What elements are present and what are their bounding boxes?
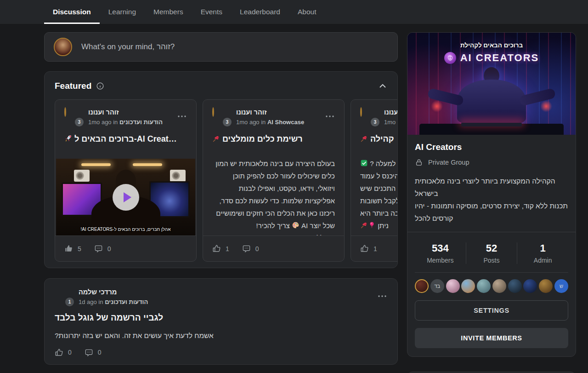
post-meta: 1mo ago in הודעות ועדכונים xyxy=(88,119,163,126)
group-name: AI Creators xyxy=(415,142,568,152)
group-sidebar: ברוכים הבאים לקהילת AI CREATORS AI Creat… xyxy=(407,32,576,373)
post-body: אשמח לדעת איך עושים את זה. והאם יש בזה י… xyxy=(55,332,387,340)
post-title[interactable]: ברוכים הבאים ל-AI Creat… xyxy=(64,134,187,144)
category-link[interactable]: הודעות ועדכונים xyxy=(119,119,163,126)
member-avatar[interactable]: ש xyxy=(554,279,568,293)
level-badge: 3 xyxy=(74,116,85,128)
like-count: 5 xyxy=(78,245,81,252)
post-body: ? למעלה היכנס ל עמוד התכנים שיש לקבל תשו… xyxy=(360,157,398,235)
post-title[interactable]: לגביי הרשמה של גוגל בלבד xyxy=(55,313,387,323)
featured-post-card-3[interactable]: 3 זוהר וענונו 1mo ago in הודעות ועדכונים… xyxy=(351,99,398,262)
post-menu-dots-icon[interactable] xyxy=(377,290,387,300)
feed-post-card[interactable]: 1 מרדכי שלמה 1d ago in הודעות ועדכונים ל… xyxy=(44,278,398,365)
author-name[interactable]: זוהר וענונו xyxy=(88,108,163,117)
member-avatar[interactable] xyxy=(461,279,475,293)
author-avatar[interactable] xyxy=(64,107,66,117)
category-link[interactable]: הודעות ועדכונים xyxy=(105,298,148,305)
group-stats: 534 Members 52 Posts 1 Admin xyxy=(415,240,568,265)
speaker xyxy=(170,170,186,182)
comment-button[interactable]: 0 xyxy=(85,348,102,357)
pushpin-icon xyxy=(360,135,368,143)
member-avatar[interactable] xyxy=(523,279,537,293)
like-button[interactable]: 1 xyxy=(212,244,229,253)
like-button[interactable]: 1 xyxy=(360,244,377,253)
post-title[interactable]: קהילה xyxy=(360,134,398,143)
post-menu-dots-icon[interactable] xyxy=(177,110,187,120)
group-tabs-nav: DiscussionLearningMembersEventsLeaderboa… xyxy=(0,0,588,24)
member-avatar[interactable] xyxy=(492,279,506,293)
author-name[interactable]: זוהר וענונו xyxy=(236,108,304,117)
category-link[interactable]: AI Showcase xyxy=(267,119,304,126)
banner-hand-glow xyxy=(431,100,443,112)
comment-button[interactable]: 0 xyxy=(242,244,259,253)
member-avatar[interactable] xyxy=(446,279,460,293)
like-count: 1 xyxy=(373,245,377,252)
member-avatar[interactable] xyxy=(477,279,491,293)
post-menu-dots-icon[interactable] xyxy=(325,110,335,120)
feed-column: What's on your mind, זוהר? Featured 3 xyxy=(44,32,398,365)
member-avatar[interactable] xyxy=(539,279,553,293)
banner-welcome-text: ברוכים הבאים לקהילת xyxy=(407,42,576,49)
banner-group-title: AI CREATORS xyxy=(460,52,539,64)
post-meta: 1mo ago in הודעות ועדכונים xyxy=(384,119,398,126)
group-privacy: Private Group xyxy=(415,158,568,166)
palette-icon xyxy=(292,220,300,228)
featured-post-card-2[interactable]: 3 זוהר וענונו 1mo ago in AI Showcase רשי… xyxy=(203,99,345,262)
invite-members-button[interactable]: INVITE MEMBERS xyxy=(415,328,568,348)
group-banner-image[interactable]: ברוכים הבאים לקהילת AI CREATORS xyxy=(407,33,576,135)
tab-members[interactable]: Members xyxy=(145,0,192,24)
comment-button[interactable]: 0 xyxy=(94,244,111,253)
video-thumbnail[interactable]: אהלן חברים, ברוכים הבאים ל-AI CREATORS! xyxy=(56,159,195,235)
post-composer[interactable]: What's on your mind, זוהר? xyxy=(44,32,398,62)
featured-title: Featured xyxy=(55,81,91,91)
comment-count: 0 xyxy=(98,349,102,356)
post-title[interactable]: רשימת כלים מומלצים xyxy=(212,134,335,143)
group-description: הקהילה המקצועית ביותר ליוצרי בינה מלאכות… xyxy=(415,175,568,224)
featured-post-card-1[interactable]: 3 זוהר וענונו 1mo ago in הודעות ועדכונים… xyxy=(55,99,197,262)
collapse-featured-chevron-up-icon[interactable] xyxy=(379,84,386,88)
banner-hand-glow xyxy=(540,100,552,112)
post-meta: 1d ago in הודעות ועדכונים xyxy=(79,298,148,305)
member-avatar[interactable] xyxy=(508,279,522,293)
divider xyxy=(407,232,576,232)
author-name[interactable]: מרדכי שלמה xyxy=(79,288,148,297)
current-user-avatar[interactable] xyxy=(54,38,72,56)
divider xyxy=(415,272,568,273)
tab-discussion[interactable]: Discussion xyxy=(44,0,100,24)
featured-cards-row: 3 זוהר וענונו 1mo ago in הודעות ועדכונים… xyxy=(55,99,397,262)
tab-about[interactable]: About xyxy=(289,0,325,24)
play-button-icon[interactable] xyxy=(113,184,139,211)
check-icon xyxy=(360,158,368,166)
comment-count: 0 xyxy=(255,245,259,252)
stat-admin[interactable]: 1 Admin xyxy=(517,242,568,264)
member-avatar[interactable] xyxy=(415,279,429,293)
speaker xyxy=(74,170,90,182)
level-badge: 3 xyxy=(369,116,381,128)
post-body: בעולם היצירה עם בינה מלאכותית יש המון כל… xyxy=(212,157,335,235)
stat-posts[interactable]: 52 Posts xyxy=(466,242,517,264)
composer-prompt: What's on your mind, זוהר? xyxy=(81,42,175,52)
pushpin-icon xyxy=(212,135,220,143)
roundpin-icon xyxy=(368,220,376,228)
stat-members[interactable]: 534 Members xyxy=(415,242,466,264)
tab-learning[interactable]: Learning xyxy=(100,0,145,24)
pushpin-icon xyxy=(360,220,368,228)
tab-events[interactable]: Events xyxy=(192,0,231,24)
level-badge: 1 xyxy=(64,296,75,308)
author-name[interactable]: זוהר וענונו xyxy=(384,108,398,117)
like-button[interactable]: 0 xyxy=(55,348,72,357)
like-count: 1 xyxy=(226,245,229,252)
banner-figure xyxy=(457,80,526,123)
comment-count: 0 xyxy=(107,245,111,252)
tab-leaderboard[interactable]: Leaderboard xyxy=(231,0,289,24)
author-avatar[interactable] xyxy=(360,107,362,117)
post-meta: 1mo ago in AI Showcase xyxy=(236,119,304,126)
members-avatars-row: בדש xyxy=(415,279,568,293)
info-icon[interactable] xyxy=(96,82,104,90)
group-info-card: ברוכים הבאים לקהילת AI CREATORS AI Creat… xyxy=(407,32,576,357)
like-button[interactable]: 5 xyxy=(64,244,81,253)
author-avatar[interactable] xyxy=(212,107,214,117)
settings-button[interactable]: SETTINGS xyxy=(415,300,568,321)
member-avatar[interactable]: בד xyxy=(430,279,444,293)
lock-icon xyxy=(415,158,423,166)
